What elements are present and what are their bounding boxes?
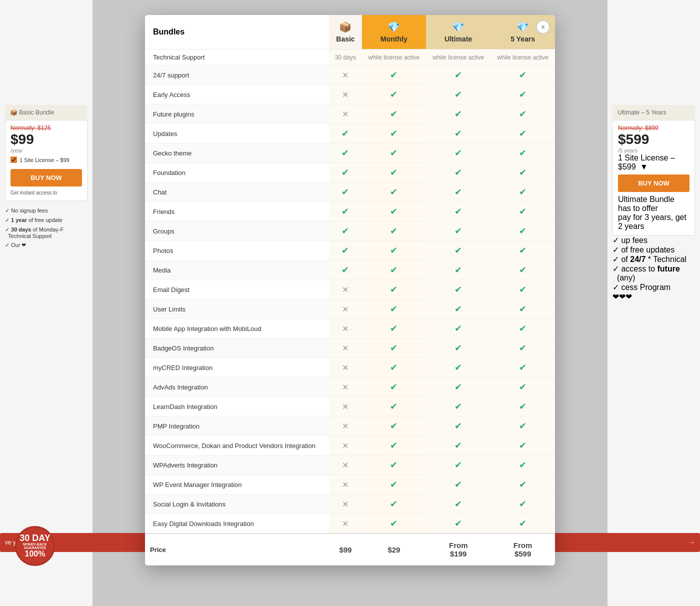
check-icon: ✔ <box>454 206 462 216</box>
check-icon: ✔ <box>454 518 462 528</box>
check-icon: ✔ <box>390 362 398 372</box>
five-years-cell: ✔ <box>490 163 555 182</box>
x-icon: ✕ <box>342 344 348 352</box>
basic-cell: ✕ <box>329 378 362 397</box>
check-icon: ✔ <box>519 148 526 158</box>
five-years-cell: ✔ <box>490 456 555 475</box>
basic-cell: ✕ <box>329 436 362 456</box>
ultimate-cell: ✔ <box>426 66 490 85</box>
five-years-cell: ✔ <box>490 300 555 319</box>
five-years-cell: ✔ <box>490 124 555 144</box>
five-years-cell: ✔ <box>490 416 555 436</box>
right-bundle-header: Ultimate – 5 Years <box>612 105 695 120</box>
check-icon: ✔ <box>390 109 398 119</box>
basic-cell: ✕ <box>329 66 362 85</box>
check-icon: ✔ <box>519 402 526 412</box>
feature-label: 24/7 support <box>145 66 329 85</box>
basic-cell: ✔ <box>329 182 362 202</box>
check-icon: ✔ <box>454 226 462 236</box>
ultimate-cell: ✔ <box>426 241 490 260</box>
basic-cell: ✔ <box>329 202 362 222</box>
x-icon: ✕ <box>342 402 348 411</box>
check-icon: ✔ <box>519 265 526 275</box>
check-icon: ✔ <box>390 518 398 528</box>
check-icon: ✔ <box>390 187 398 197</box>
col-header-monthly: 💎 Monthly <box>362 15 426 50</box>
monthly-cell: ✔ <box>362 416 426 436</box>
ultimate-icon: 💎 <box>431 21 486 33</box>
basic-cell: ✔ <box>329 124 362 144</box>
check-icon: ✔ <box>454 402 462 412</box>
feature-label: WooCommerce, Dokan and Product Vendors I… <box>145 436 329 456</box>
check-icon: ✔ <box>454 70 462 80</box>
list-item: ✓ 30 days of Monday-F Technical Support <box>5 225 88 240</box>
monthly-cell: ✔ <box>362 241 426 260</box>
ultimate-cell: while license active <box>426 50 490 66</box>
left-buy-button[interactable]: BUY NOW <box>10 169 82 186</box>
check-icon: ✔ <box>454 90 462 100</box>
check-icon: ✔ <box>519 382 526 392</box>
x-icon: ✕ <box>342 480 348 489</box>
monthly-cell: ✔ <box>362 514 426 534</box>
ultimate-cell: ✔ <box>426 300 490 319</box>
ultimate-cell: ✔ <box>426 124 490 144</box>
basic-cell: ✕ <box>329 300 362 319</box>
col-header-basic: 📦 Basic <box>329 15 362 50</box>
feature-label: Friends <box>145 202 329 222</box>
five-years-cell: ✔ <box>490 66 555 85</box>
check-icon: ✔ <box>342 128 349 138</box>
feature-label: Foundation <box>145 163 329 182</box>
close-button[interactable]: × <box>536 20 550 34</box>
list-item: ✓ Our ❤ <box>5 240 88 250</box>
feature-label: myCRED Integration <box>145 358 329 378</box>
five-years-cell: ✔ <box>490 260 555 280</box>
right-chevron-icon[interactable]: ▼ <box>640 162 648 171</box>
check-icon: ✔ <box>519 440 526 450</box>
monthly-cell: ✔ <box>362 338 426 358</box>
left-bundle-header: 📦 Basic Bundle <box>5 105 88 120</box>
feature-label: User Limits <box>145 300 329 319</box>
check-icon: ✔ <box>519 480 526 490</box>
check-icon: ✔ <box>519 206 526 216</box>
check-icon: ✔ <box>454 148 462 158</box>
five-years-cell: ✔ <box>490 514 555 534</box>
right-buy-button[interactable]: BUY NOW <box>618 174 690 192</box>
basic-cell: ✕ <box>329 104 362 124</box>
feature-label: LearnDash Integration <box>145 397 329 416</box>
right-current-price: $599 <box>618 132 690 148</box>
support-text: 30 days <box>335 54 356 61</box>
ultimate-cell: ✔ <box>426 85 490 104</box>
check-icon: ✔ <box>519 421 526 431</box>
check-icon: ✔ <box>342 187 349 197</box>
price-5years: From$599 <box>490 534 555 566</box>
check-icon: ✔ <box>390 460 398 470</box>
right-features: ✓ up fees ✓ of free updates ✓ of 24/7 * … <box>612 236 695 302</box>
check-icon: ✔ <box>519 324 526 334</box>
feature-label: Technical Support <box>145 50 329 66</box>
list-item: ❤❤❤ <box>612 292 695 302</box>
check-icon: ✔ <box>342 206 349 216</box>
basic-cell: ✕ <box>329 456 362 475</box>
check-icon: ✔ <box>454 168 462 178</box>
check-icon: ✔ <box>390 148 398 158</box>
modal-overlay: × Bundles 📦 Basic 💎 Monthly <box>145 15 555 566</box>
x-icon: ✕ <box>342 422 348 430</box>
left-license-checkbox[interactable] <box>10 156 17 163</box>
x-icon: ✕ <box>342 364 348 372</box>
check-icon: ✔ <box>454 109 462 119</box>
basic-cell: ✔ <box>329 260 362 280</box>
ultimate-cell: ✔ <box>426 475 490 494</box>
monthly-cell: ✔ <box>362 300 426 319</box>
check-icon: ✔ <box>519 284 526 294</box>
check-icon: ✔ <box>519 90 526 100</box>
basic-cell: ✕ <box>329 416 362 436</box>
monthly-cell: ✔ <box>362 358 426 378</box>
monthly-cell: ✔ <box>362 397 426 416</box>
left-desc: Get instant access to <box>10 190 82 196</box>
x-icon: ✕ <box>342 286 348 294</box>
five-years-cell: ✔ <box>490 358 555 378</box>
monthly-cell: ✔ <box>362 456 426 475</box>
x-icon: ✕ <box>342 324 348 333</box>
basic-cell: ✕ <box>329 85 362 104</box>
check-icon: ✔ <box>342 265 349 275</box>
